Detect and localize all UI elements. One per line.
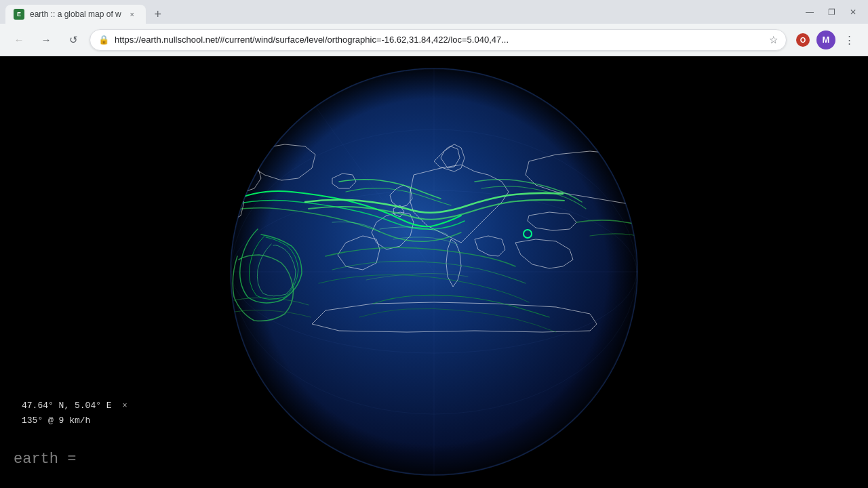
profile-button[interactable]: M [816, 30, 835, 49]
maximize-button[interactable]: ❐ [822, 3, 841, 22]
tab-title: earth :: a global map of w [30, 9, 121, 19]
extension-icon: O [796, 33, 810, 47]
globe-container[interactable]: 47.64° N, 5.04° E × 135° @ 9 km/h earth … [0, 56, 868, 488]
browser-frame: E earth :: a global map of w × + — ❐ ✕ ←… [0, 0, 868, 488]
minimize-button[interactable]: — [800, 3, 819, 22]
toolbar: ← → ↺ 🔒 https://earth.nullschool.net/#cu… [0, 24, 868, 56]
active-tab[interactable]: E earth :: a global map of w × [5, 5, 146, 24]
tab-favicon: E [14, 9, 24, 20]
url-text: https://earth.nullschool.net/#current/wi… [115, 35, 764, 45]
title-bar: E earth :: a global map of w × + — ❐ ✕ [0, 0, 868, 24]
tooltip-wind-info: 135° @ 9 km/h [22, 413, 127, 428]
address-bar[interactable]: 🔒 https://earth.nullschool.net/#current/… [90, 29, 787, 51]
tab-strip: E earth :: a global map of w × + [5, 0, 800, 24]
bookmark-icon[interactable]: ☆ [769, 34, 778, 46]
tooltip-coordinates: 47.64° N, 5.04° E × [22, 399, 127, 413]
reload-button[interactable]: ↺ [62, 29, 84, 51]
lock-icon: 🔒 [98, 35, 109, 45]
tab-close-button[interactable]: × [127, 9, 138, 20]
extension-button[interactable]: O [792, 29, 814, 51]
content-area[interactable]: 47.64° N, 5.04° E × 135° @ 9 km/h earth … [0, 56, 868, 488]
tooltip-close-button[interactable]: × [122, 399, 127, 413]
earth-label: earth = [14, 451, 76, 468]
back-button[interactable]: ← [8, 29, 30, 51]
menu-button[interactable]: ⋮ [838, 29, 860, 51]
location-tooltip: 47.64° N, 5.04° E × 135° @ 9 km/h [14, 393, 136, 434]
window-controls: — ❐ ✕ [800, 3, 863, 22]
close-window-button[interactable]: ✕ [844, 3, 863, 22]
new-tab-button[interactable]: + [149, 5, 167, 24]
forward-button[interactable]: → [35, 29, 57, 51]
coordinates-text: 47.64° N, 5.04° E [22, 401, 112, 411]
location-pin [523, 229, 532, 239]
toolbar-icons: O M ⋮ [792, 29, 860, 51]
